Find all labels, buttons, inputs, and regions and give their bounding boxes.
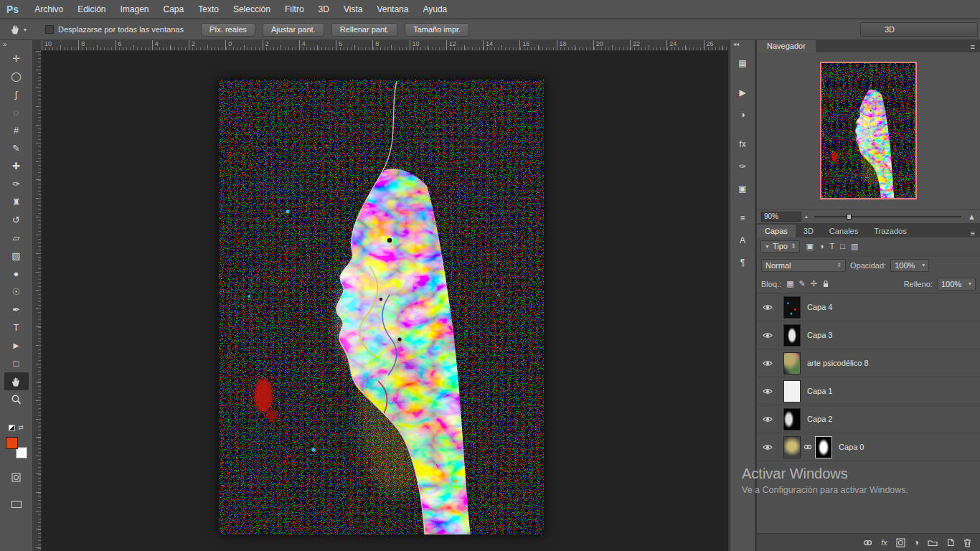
fit-screen-button[interactable]: Ajustar pant. — [263, 23, 324, 37]
print-size-button[interactable]: Tamaño impr. — [405, 23, 469, 37]
spot-healing-brush-tool[interactable]: ✚ — [4, 157, 29, 175]
tab-capas[interactable]: Capas — [757, 225, 796, 237]
type-tool[interactable]: T — [4, 319, 29, 336]
layer-thumbnail[interactable] — [783, 296, 801, 319]
menu-3d[interactable]: 3D — [311, 0, 336, 19]
lock-pixels-button[interactable]: ✎ — [799, 279, 806, 288]
history-brush-tool[interactable]: ↺ — [4, 211, 29, 229]
layer-comps-panel-icon[interactable]: ≡ — [733, 209, 752, 227]
visibility-toggle[interactable] — [757, 405, 778, 433]
hand-tool[interactable] — [4, 372, 29, 390]
actual-pixels-button[interactable]: Píx. reales — [201, 23, 255, 37]
canvas-artwork[interactable] — [219, 80, 544, 534]
blend-mode-dropdown[interactable]: Normal ⇕ — [761, 259, 846, 272]
layer-name[interactable]: arte psicodélico 8 — [807, 359, 869, 367]
layer-name[interactable]: Capa 0 — [839, 443, 864, 451]
layer-row[interactable]: Capa 1 — [757, 377, 980, 405]
workspace-switcher[interactable]: 3D — [860, 22, 978, 37]
new-group-button[interactable] — [928, 539, 938, 547]
gradient-tool[interactable]: ▨ — [4, 247, 29, 265]
actions-panel-icon[interactable]: ▶ — [733, 83, 752, 101]
layer-name[interactable]: Capa 2 — [807, 415, 832, 423]
zoom-tool[interactable] — [4, 390, 29, 408]
zoom-out-icon[interactable]: ▴ — [805, 214, 808, 220]
tab-trazados[interactable]: Trazados — [866, 225, 914, 237]
vertical-ruler[interactable] — [32, 51, 42, 551]
dodge-tool[interactable]: ☉ — [4, 283, 29, 301]
layer-row[interactable]: Capa 3 — [757, 321, 980, 349]
filter-shape-layers-icon[interactable]: □ — [840, 242, 845, 250]
layer-filter-type-dropdown[interactable]: ▼ Tipo ⇕ — [760, 240, 800, 253]
layer-row[interactable]: Capa 2 — [757, 405, 980, 433]
navigator-proxy-view[interactable] — [820, 62, 917, 199]
panel-menu-icon[interactable]: ≡ — [971, 42, 975, 51]
lock-position-button[interactable]: ✢ — [811, 279, 817, 288]
styles-panel-icon[interactable]: fx — [733, 135, 752, 153]
visibility-toggle[interactable] — [757, 293, 778, 321]
visibility-toggle[interactable] — [757, 377, 778, 405]
menu-texto[interactable]: Texto — [191, 0, 226, 19]
menu-archivo[interactable]: Archivo — [27, 0, 70, 19]
crop-tool[interactable]: # — [4, 121, 29, 139]
clone-source-panel-icon[interactable]: ▣ — [733, 179, 752, 197]
pen-tool[interactable]: ✒ — [4, 301, 29, 319]
screen-mode-button[interactable] — [4, 495, 29, 513]
quick-mask-button[interactable] — [4, 468, 29, 486]
menu-imagen[interactable]: Imagen — [113, 0, 156, 19]
clone-stamp-tool[interactable]: ♜ — [4, 193, 29, 211]
layer-thumbnail[interactable] — [783, 324, 801, 347]
foreground-color-swatch[interactable] — [6, 437, 18, 449]
layer-thumbnail[interactable] — [783, 408, 801, 430]
layer-thumbnail[interactable] — [783, 352, 801, 375]
layer-row[interactable]: Capa 4 — [757, 293, 980, 321]
lasso-tool[interactable]: ʃ — [4, 85, 29, 103]
blur-tool[interactable]: ● — [4, 265, 29, 283]
link-layers-button[interactable] — [863, 538, 872, 547]
add-layer-mask-button[interactable] — [896, 538, 905, 547]
layer-row[interactable]: Capa 0 — [757, 433, 980, 461]
navigator-tab[interactable]: Navegador — [757, 40, 816, 52]
layer-name[interactable]: Capa 4 — [807, 303, 832, 311]
elliptical-marquee-tool[interactable]: ◯ — [4, 67, 29, 85]
lock-transparency-button[interactable]: ▦ — [786, 279, 793, 288]
menu-vista[interactable]: Vista — [336, 0, 369, 19]
default-colors-control[interactable]: ⇄ — [9, 424, 24, 431]
layer-name[interactable]: Capa 3 — [807, 331, 832, 339]
collapse-tools-icon[interactable]: » — [0, 40, 32, 50]
tab-canales[interactable]: Canales — [821, 225, 866, 237]
move-tool[interactable]: ✛ — [4, 50, 29, 67]
timeline-panel-icon[interactable]: ◑ — [733, 105, 752, 123]
filter-smart-objects-icon[interactable]: ▥ — [851, 242, 858, 251]
visibility-toggle[interactable] — [757, 433, 778, 461]
menu-seleccion[interactable]: Selección — [226, 0, 278, 19]
shape-tool[interactable]: □ — [4, 354, 29, 372]
navigator-zoom-value[interactable]: 90% — [761, 212, 801, 222]
character-panel-icon[interactable]: A — [733, 231, 752, 249]
filter-pixel-layers-icon[interactable]: ▣ — [806, 242, 813, 251]
filter-type-layers-icon[interactable]: T — [830, 242, 835, 250]
menu-edicion[interactable]: Edición — [70, 0, 113, 19]
layer-name[interactable]: Capa 1 — [807, 387, 832, 395]
fill-screen-button[interactable]: Rellenar pant. — [331, 23, 398, 37]
tool-preset-picker[interactable]: ▾ — [10, 24, 27, 35]
layer-styles-button[interactable]: fx — [881, 538, 887, 547]
path-selection-tool[interactable]: ► — [4, 336, 29, 354]
adjustment-layer-button[interactable]: ◑ — [914, 537, 919, 547]
layer-thumbnail[interactable] — [783, 380, 801, 402]
fill-dropdown[interactable]: 100% ▾ — [937, 278, 976, 291]
layer-thumbnail[interactable] — [783, 436, 801, 458]
layer-row[interactable]: arte psicodélico 8 — [757, 349, 980, 377]
eraser-tool[interactable]: ▱ — [4, 229, 29, 247]
tab-3d[interactable]: 3D — [796, 225, 821, 237]
expand-panels-icon[interactable]: ◂◂ — [730, 40, 755, 50]
menu-filtro[interactable]: Filtro — [278, 0, 311, 19]
quick-selection-tool[interactable]: ◌ — [4, 103, 29, 121]
layer-mask-thumbnail[interactable] — [815, 436, 832, 458]
panel-menu-icon[interactable]: ≡ — [971, 229, 975, 237]
paragraph-panel-icon[interactable]: ¶ — [733, 253, 752, 271]
visibility-toggle[interactable] — [757, 321, 778, 349]
zoom-slider-thumb[interactable] — [847, 214, 852, 220]
opacity-dropdown[interactable]: 100% ▾ — [890, 259, 929, 272]
delete-layer-button[interactable] — [963, 538, 971, 547]
lock-all-button[interactable] — [822, 280, 829, 288]
